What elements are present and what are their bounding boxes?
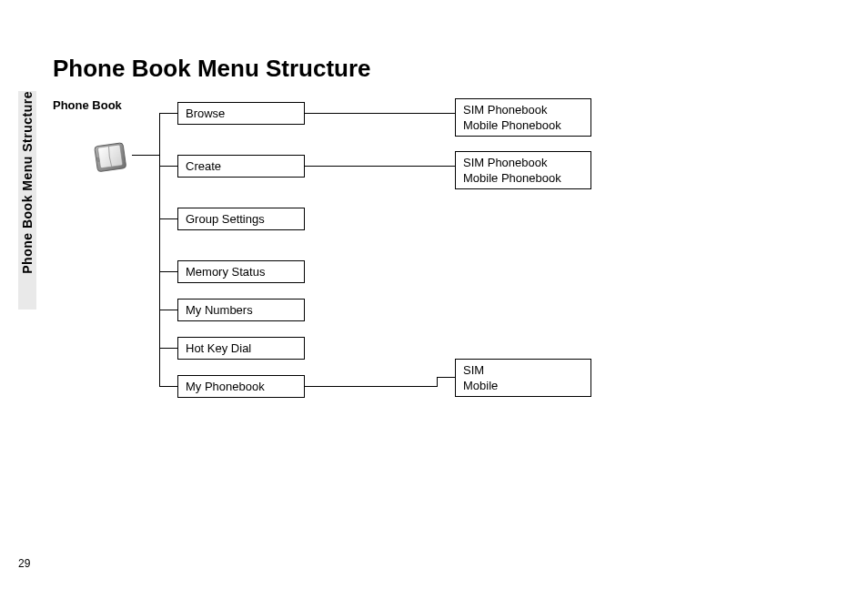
connector xyxy=(437,377,455,378)
connector xyxy=(132,155,159,156)
connector xyxy=(437,377,438,387)
phonebook-icon xyxy=(91,137,129,175)
svg-rect-0 xyxy=(96,157,99,163)
submenu-my-phonebook: SIM Mobile xyxy=(455,359,591,397)
menu-item-browse: Browse xyxy=(177,102,305,125)
menu-item-create: Create xyxy=(177,155,305,178)
menu-item-label: Group Settings xyxy=(186,212,265,226)
menu-item-my-phonebook: My Phonebook xyxy=(177,375,305,398)
submenu-line: Mobile xyxy=(463,378,583,393)
connector xyxy=(159,166,177,167)
root-label: Phone Book xyxy=(53,98,122,112)
connector xyxy=(305,386,437,387)
submenu-line: Mobile Phonebook xyxy=(463,117,583,133)
menu-item-label: Hot Key Dial xyxy=(186,341,251,355)
submenu-line: Mobile Phonebook xyxy=(463,170,583,186)
side-tab: Phone Book Menu Structure xyxy=(18,91,36,310)
connector xyxy=(305,113,455,114)
connector xyxy=(159,348,177,349)
connector xyxy=(159,310,177,310)
menu-item-memory-status: Memory Status xyxy=(177,260,305,283)
side-tab-label: Phone Book Menu Structure xyxy=(20,91,35,279)
submenu-line: SIM Phonebook xyxy=(463,102,583,117)
connector xyxy=(159,218,177,219)
connector xyxy=(305,166,455,167)
menu-item-hot-key-dial: Hot Key Dial xyxy=(177,337,305,360)
menu-item-label: Memory Status xyxy=(186,265,265,279)
menu-item-group-settings: Group Settings xyxy=(177,208,305,230)
page-title: Phone Book Menu Structure xyxy=(53,55,371,83)
submenu-create: SIM Phonebook Mobile Phonebook xyxy=(455,151,591,189)
submenu-browse: SIM Phonebook Mobile Phonebook xyxy=(455,98,591,137)
submenu-line: SIM xyxy=(463,362,583,378)
menu-item-my-numbers: My Numbers xyxy=(177,299,305,321)
connector xyxy=(159,113,160,386)
page-number: 29 xyxy=(18,557,30,570)
connector xyxy=(159,271,177,272)
connector xyxy=(159,113,177,114)
connector xyxy=(159,386,177,387)
menu-item-label: My Phonebook xyxy=(186,380,265,393)
menu-item-label: Browse xyxy=(186,107,225,120)
menu-item-label: Create xyxy=(186,159,221,173)
submenu-line: SIM Phonebook xyxy=(463,155,583,170)
menu-item-label: My Numbers xyxy=(186,303,253,317)
